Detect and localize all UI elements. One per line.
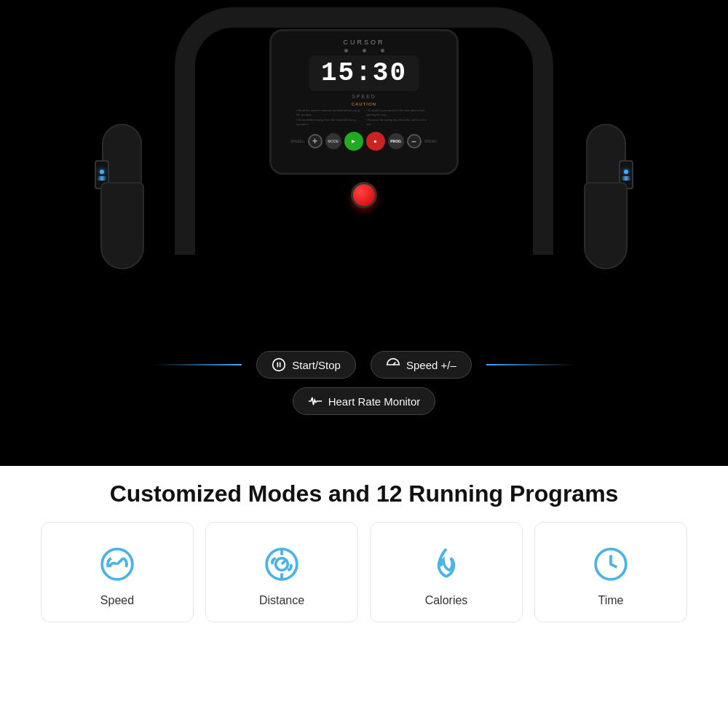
dot-center <box>363 49 366 52</box>
stop-button[interactable]: ■ <box>366 132 385 151</box>
calories-card-icon <box>427 545 466 584</box>
instruction-right: • To avoid injury stand on the side rail… <box>366 108 432 127</box>
start-stop-label: Start/Stop <box>292 359 341 371</box>
speed-card-label: Speed <box>100 594 134 607</box>
speed-minus-button[interactable]: – <box>407 134 422 149</box>
speed-plus-label: SPEED+ <box>290 139 305 143</box>
flame-icon <box>428 546 464 582</box>
instruction-left: • Read the owner's manual carefully befo… <box>296 108 362 127</box>
console-dots <box>344 49 384 52</box>
distance-card-icon <box>262 545 301 584</box>
brand-label: CURSOR <box>343 39 384 46</box>
speed-pill: Speed +/– <box>371 351 472 379</box>
feature-cards-row: Speed Distance <box>22 522 706 622</box>
bottom-info-section: Customized Modes and 12 Running Programs… <box>0 466 728 728</box>
pause-icon <box>272 357 286 372</box>
svg-point-0 <box>273 359 285 371</box>
right-grip-bottom <box>584 182 628 269</box>
time-card: Time <box>534 522 687 622</box>
calories-card-label: Calories <box>425 594 468 607</box>
section-title: Customized Modes and 12 Running Programs <box>22 480 706 507</box>
distance-card: Distance <box>205 522 358 622</box>
dot-right <box>381 49 384 52</box>
start-button[interactable]: ▶ <box>344 132 363 151</box>
time-card-label: Time <box>598 594 624 607</box>
display-screen: 15:30 <box>309 55 419 91</box>
distance-icon <box>264 546 300 582</box>
left-sensor-dot <box>100 170 104 174</box>
console-panel: CURSOR 15:30 SPEED CAUTION • Read the ow… <box>269 29 459 175</box>
left-grip-bottom <box>100 182 144 269</box>
feature-labels-overlay: Start/Stop Speed +/– Heart Rate Monito <box>73 351 655 415</box>
emergency-stop-button[interactable] <box>351 182 377 208</box>
heart-rate-pill: Heart Rate Monitor <box>293 387 436 415</box>
treadmill-section: CURSOR 15:30 SPEED CAUTION • Read the ow… <box>0 0 728 466</box>
time-card-icon <box>591 545 630 584</box>
treadmill-container: CURSOR 15:30 SPEED CAUTION • Read the ow… <box>73 7 655 459</box>
left-handlebar-arm <box>95 124 153 269</box>
heart-rate-label: Heart Rate Monitor <box>328 395 421 408</box>
speed-minus-label: SPEED- <box>424 139 438 143</box>
speed-icon <box>386 357 400 372</box>
connector-right-top <box>486 364 574 365</box>
clock-icon <box>593 546 629 582</box>
heart-rate-icon <box>308 394 323 408</box>
calories-card: Calories <box>370 522 523 622</box>
speed-card: Speed <box>41 522 194 622</box>
feature-row-top: Start/Stop Speed +/– <box>154 351 574 379</box>
dot-left <box>344 49 348 52</box>
speedometer-icon <box>99 546 135 582</box>
feature-row-bottom: Heart Rate Monitor <box>293 387 436 415</box>
pause-button[interactable]: PROG <box>388 133 404 149</box>
right-handlebar-arm <box>575 124 633 269</box>
mode-button[interactable]: MODE <box>325 133 341 149</box>
distance-card-label: Distance <box>259 594 304 607</box>
console-buttons-row: SPEED+ + MODE ▶ ■ PROG – SPEED- <box>290 132 438 151</box>
right-sensor-dot <box>624 170 628 174</box>
connector-left-top <box>154 364 242 365</box>
right-sensor-bar <box>621 176 631 181</box>
speed-label-text: Speed +/– <box>406 359 456 371</box>
left-sensor-bar <box>97 176 107 181</box>
start-stop-pill: Start/Stop <box>256 351 356 379</box>
speed-card-icon <box>98 545 137 584</box>
time-display: 15:30 <box>321 58 407 88</box>
instructions: • Read the owner's manual carefully befo… <box>296 108 432 127</box>
speed-plus-button[interactable]: + <box>308 134 323 149</box>
speed-label: SPEED <box>352 94 376 99</box>
caution-label: CAUTION <box>352 102 376 106</box>
